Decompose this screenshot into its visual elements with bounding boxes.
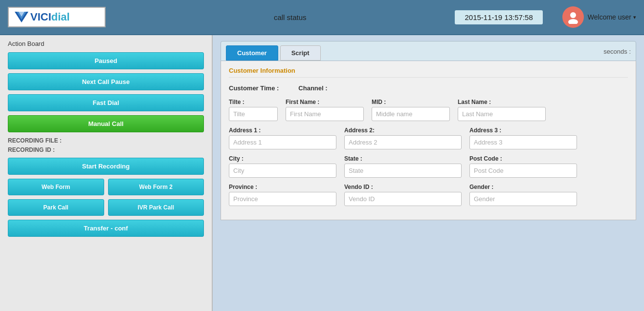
recording-file-label: RECORDING FILE : [8,137,62,144]
mid-field: MID : [372,99,450,121]
address1-input[interactable] [229,135,336,149]
title-input[interactable] [229,107,278,121]
address2-label: Address 2: [344,127,462,134]
logo: VICIdial [8,7,106,27]
mid-input[interactable] [372,107,450,121]
user-dropdown-arrow: ▾ [633,14,636,21]
address3-field: Address 3 : [469,127,577,149]
park-call-button[interactable]: Park Call [8,199,104,216]
city-state-row: City : State : Post Code : [229,155,628,178]
customer-panel: Customer Information Customer Time : Cha… [221,61,636,220]
web-form-button[interactable]: Web Form [8,179,104,195]
svg-point-3 [570,12,576,18]
tab-script[interactable]: Script [280,45,321,61]
gender-field: Gender : [469,184,577,206]
fast-dial-button[interactable]: Fast Dial [8,94,204,111]
avatar-icon [566,10,580,24]
address1-field: Address 1 : [229,127,336,149]
customer-info-title: Customer Information [229,67,628,78]
lastname-input[interactable] [458,107,546,121]
province-input[interactable] [229,192,336,206]
header: VICIdial call status 2015-11-19 13:57:58… [0,0,644,35]
datetime-display: 2015-11-19 13:57:58 [455,10,542,24]
address-row: Address 1 : Address 2: Address 3 : [229,127,628,149]
ivr-park-call-button[interactable]: IVR Park Call [108,199,204,216]
address2-field: Address 2: [344,127,462,149]
avatar [562,6,584,28]
customer-time-row: Customer Time : Channel : [229,84,628,92]
province-row: Province : Vendo ID : Gender : [229,184,628,206]
city-input[interactable] [229,164,336,178]
call-status-label: call status [125,13,455,21]
state-label: State : [344,155,462,162]
welcome-label: Welcome user [588,13,631,21]
city-label: City : [229,155,336,162]
channel-field: Channel : [298,84,327,92]
postcode-label: Post Code : [469,155,577,162]
firstname-input[interactable] [286,107,364,121]
park-call-row: Park Call IVR Park Call [8,199,204,216]
sidebar: Action Board Paused Next Call Pause Fast… [0,35,213,311]
user-menu[interactable]: Welcome user ▾ [562,6,636,28]
lastname-field: Last Name : [458,99,546,121]
web-form-row: Web Form Web Form 2 [8,179,204,195]
name-row: Tilte : First Name : MID : Last Name : [229,99,628,121]
vendor-id-input[interactable] [344,192,462,206]
title-field: Tilte : [229,99,278,121]
logo-text: VICIdial [30,11,70,23]
postcode-input[interactable] [469,164,577,178]
customer-time-field: Customer Time : [229,84,279,92]
paused-button[interactable]: Paused [8,52,204,69]
customer-time-label: Customer Time : [229,84,279,92]
tabs-bar: Customer Script seconds : [221,41,636,61]
address2-input[interactable] [344,135,462,149]
province-field: Province : [229,184,336,206]
postcode-field: Post Code : [469,155,577,178]
web-form2-button[interactable]: Web Form 2 [108,179,204,195]
address3-label: Address 3 : [469,127,577,134]
next-call-pause-button[interactable]: Next Call Pause [8,73,204,90]
state-field: State : [344,155,462,178]
svg-point-4 [568,19,578,24]
state-input[interactable] [344,164,462,178]
seconds-display: seconds : [603,48,631,58]
tabs-left: Customer Script [226,45,321,61]
recording-id-label: RECORDING ID : [8,146,55,153]
transfer-conf-button[interactable]: Transfer - conf [8,220,204,237]
action-board-title: Action Board [8,40,204,47]
city-field: City : [229,155,336,178]
content-area: Customer Script seconds : Customer Infor… [213,35,644,311]
manual-call-button[interactable]: Manual Call [8,115,204,132]
firstname-field: First Name : [286,99,364,121]
vendor-id-field: Vendo ID : [344,184,462,206]
mid-label: MID : [372,99,450,105]
recording-file-info: RECORDING FILE : RECORDING ID : [8,136,204,155]
address3-input[interactable] [469,135,577,149]
tab-customer[interactable]: Customer [226,45,278,61]
channel-label: Channel : [298,84,327,92]
main-layout: Action Board Paused Next Call Pause Fast… [0,35,644,311]
vendor-id-label: Vendo ID : [344,184,462,190]
gender-input[interactable] [469,192,577,206]
lastname-label: Last Name : [458,99,546,105]
title-label: Tilte : [229,99,278,105]
start-recording-button[interactable]: Start Recording [8,158,204,175]
gender-label: Gender : [469,184,577,190]
address1-label: Address 1 : [229,127,336,134]
firstname-label: First Name : [286,99,364,105]
logo-icon [15,12,28,22]
province-label: Province : [229,184,336,190]
